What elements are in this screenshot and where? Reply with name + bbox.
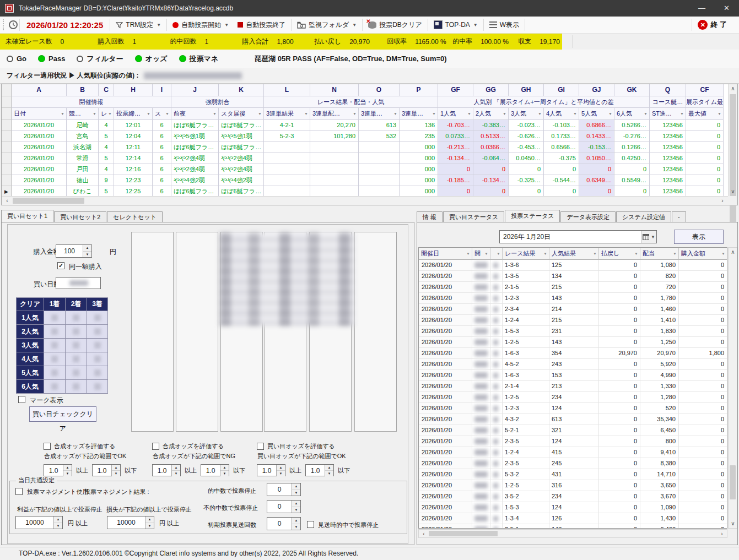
- table-row[interactable]: 2026/01/201-2-312405200: [419, 403, 727, 414]
- trm-settings-button[interactable]: TRM設定▼: [111, 18, 165, 32]
- table-row[interactable]: 2026/01/201-2-514301,2500: [419, 337, 727, 348]
- column-header[interactable]: 開▼: [472, 248, 490, 260]
- spin-up-icon[interactable]: ▲: [112, 465, 120, 471]
- odds-eval-checkbox[interactable]: [257, 443, 264, 450]
- column-header[interactable]: 6人気▼: [614, 108, 650, 120]
- auto-vote-start-button[interactable]: 自動投票開始▼: [168, 18, 233, 32]
- tab-status-2[interactable]: 投票ステータス: [505, 210, 560, 222]
- auto-vote-end-button[interactable]: 自動投票終了: [233, 18, 290, 32]
- table-row[interactable]: 2026/01/201-3-612501,0800: [419, 260, 727, 271]
- table-row[interactable]: 2026/01/201-5-323101,8300: [419, 326, 727, 337]
- purchase-amount-spinner[interactable]: 100▲▼: [56, 244, 92, 258]
- odds-max-spinner[interactable]: 1.0▲▼: [201, 464, 229, 476]
- date-picker[interactable]: 2026年 1月20日 ▼: [499, 230, 657, 243]
- bet-grid-cell[interactable]: [87, 339, 108, 352]
- bet-grid-cell[interactable]: [87, 380, 108, 394]
- column-header[interactable]: 最大値▼: [686, 108, 724, 120]
- scrollbar-thumb[interactable]: [13, 198, 84, 204]
- spin-down-icon[interactable]: ▼: [172, 471, 180, 476]
- tab-status-1[interactable]: 買い目ステータス: [443, 211, 504, 222]
- scroll-up-icon[interactable]: ∧: [729, 84, 737, 93]
- scroll-down-icon[interactable]: ∨: [729, 519, 737, 528]
- row-selector[interactable]: [2, 120, 12, 131]
- table-row[interactable]: 2026/01/205-2-132106,4500: [419, 425, 727, 436]
- column-header[interactable]: 投票締…▼: [114, 108, 153, 120]
- column-header[interactable]: 2人気▼: [473, 108, 509, 120]
- skip-hit-stop-checkbox[interactable]: [307, 521, 314, 528]
- column-header[interactable]: 5人気▼: [579, 108, 614, 120]
- exit-button[interactable]: ✕ 終 了: [693, 18, 731, 32]
- bet-count-field[interactable]: [56, 277, 101, 289]
- table-row[interactable]: 2026/01/201-3-412601,4300: [419, 513, 727, 524]
- vote-db-clear-button[interactable]: 投票DBクリア: [364, 18, 427, 32]
- table-row[interactable]: 2026/01/205-3-2431014,7100: [419, 469, 727, 480]
- loss-stop-spinner[interactable]: 10000▲▼: [107, 516, 154, 529]
- vote-management-checkbox[interactable]: [15, 488, 23, 495]
- show-button[interactable]: 表示: [674, 230, 724, 244]
- spin-up-icon[interactable]: ▲: [292, 518, 300, 524]
- spin-up-icon[interactable]: ▲: [325, 465, 333, 471]
- spin-up-icon[interactable]: ▲: [54, 516, 62, 523]
- odds-eval-checkbox[interactable]: [44, 443, 51, 450]
- bet-grid-row-label[interactable]: 2人気: [17, 325, 44, 339]
- vertical-scrollbar[interactable]: ∧ ∨: [728, 84, 737, 196]
- row-selector[interactable]: ▶: [2, 186, 12, 196]
- tab-status-4[interactable]: システム設定値: [616, 211, 671, 222]
- column-header[interactable]: 3連単…▼: [400, 108, 438, 120]
- race-mode-toggle[interactable]: 投票マネ: [179, 54, 219, 64]
- odds-min-spinner[interactable]: 1.0▲▼: [257, 464, 285, 476]
- bet-grid-row-label[interactable]: 1人気: [17, 311, 44, 325]
- column-header[interactable]: 日付▼: [12, 108, 67, 120]
- odds-max-spinner[interactable]: 1.0▲▼: [305, 464, 334, 476]
- scroll-right-icon[interactable]: ›: [718, 197, 727, 205]
- column-header[interactable]: レース結果▼: [503, 248, 549, 260]
- bet-grid-cell[interactable]: [44, 380, 66, 394]
- miss-stop-spinner[interactable]: 0▲▼: [267, 500, 301, 513]
- bet-grid-cell[interactable]: [87, 352, 108, 366]
- tab-status-5[interactable]: -: [672, 211, 686, 222]
- odds-max-spinner[interactable]: 1.0▲▼: [92, 464, 121, 476]
- table-row[interactable]: 2026/01/201-2-523401,2800: [419, 392, 727, 403]
- table-row[interactable]: 2026/01/20尼崎412:016ほぼ6艇フラ…ほぼ6艇フラ…4-2-120…: [2, 120, 728, 131]
- column-header[interactable]: 人気結果▼: [549, 248, 599, 260]
- table-row[interactable]: 2026/01/204-3-2613035,3400: [419, 414, 727, 425]
- table-row[interactable]: ▶2026/01/20びわこ512:256ほぼ6艇フラ…ほぼ6艇フラ…00000…: [2, 186, 728, 196]
- bet-grid-cell[interactable]: [44, 366, 66, 380]
- bet-grid-cell[interactable]: [44, 352, 66, 366]
- column-header[interactable]: 3連単結果▼: [264, 108, 310, 120]
- table-row[interactable]: 2026/01/201-2-314301,7800: [419, 293, 727, 304]
- table-row[interactable]: 2026/01/202-3-524508,3800: [419, 458, 727, 469]
- minimize-button[interactable]: —: [689, 0, 714, 17]
- spin-up-icon[interactable]: ▲: [292, 501, 300, 507]
- profit-stop-spinner[interactable]: 10000▲▼: [15, 516, 63, 529]
- tab-status-0[interactable]: 情 報: [417, 211, 443, 222]
- table-row[interactable]: 2026/01/201-2-531603,6500: [419, 480, 727, 491]
- bet-grid-row-label[interactable]: 5人気: [17, 366, 44, 380]
- bet-grid-cell[interactable]: [66, 380, 87, 394]
- same-amount-checkbox[interactable]: [57, 262, 64, 269]
- table-row[interactable]: 2026/01/201-3-513408200: [419, 271, 727, 282]
- bet-grid-cell[interactable]: [66, 352, 87, 366]
- spin-down-icon[interactable]: ▼: [292, 490, 300, 496]
- race-mode-toggle[interactable]: Go: [7, 55, 26, 63]
- spin-up-icon[interactable]: ▲: [83, 245, 91, 252]
- scrollbar-thumb[interactable]: [730, 465, 736, 499]
- spin-down-icon[interactable]: ▼: [325, 471, 333, 476]
- column-header[interactable]: 3連単配…▼: [310, 108, 359, 120]
- bet-grid-cell[interactable]: [66, 311, 87, 325]
- column-header[interactable]: 開催日▼: [419, 248, 472, 260]
- table-row[interactable]: 2026/01/20戸田412:166やや2強4弱やや2強4弱000000000…: [2, 164, 728, 175]
- spin-down-icon[interactable]: ▼: [63, 471, 72, 476]
- column-header[interactable]: 競…▼: [67, 108, 99, 120]
- table-row[interactable]: 2026/01/20宮島512:046やや5強1弱やや5強1弱5-2-3101,…: [2, 131, 728, 142]
- close-button[interactable]: ✕: [714, 0, 739, 17]
- spin-down-icon[interactable]: ▼: [277, 471, 285, 476]
- column-header[interactable]: 4人気▼: [544, 108, 579, 120]
- date-picker-dropdown[interactable]: ▼: [641, 231, 656, 243]
- table-row[interactable]: 2026/01/20徳山912:236やや4強2弱やや4強2弱000-0.185…: [2, 175, 728, 186]
- table-row[interactable]: 2026/01/202-1-421301,3300: [419, 381, 727, 392]
- spin-down-icon[interactable]: ▼: [145, 523, 154, 529]
- spin-up-icon[interactable]: ▲: [220, 465, 229, 471]
- tab-status-3[interactable]: データ表示設定: [560, 211, 616, 222]
- column-header[interactable]: スタ展後▼: [219, 108, 264, 120]
